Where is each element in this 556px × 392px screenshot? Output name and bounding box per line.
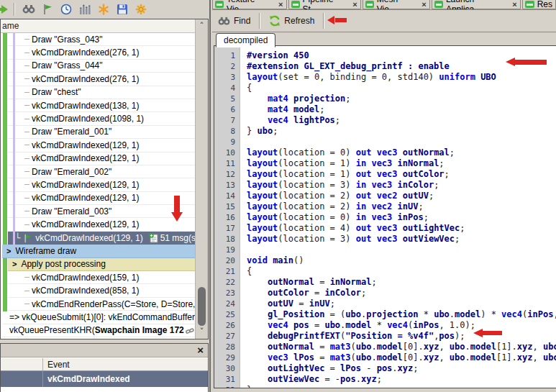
event-row[interactable]: vkCmdDrawIndexed(129, 1) [8, 178, 195, 191]
close-icon[interactable]: × [421, 0, 426, 9]
line-number[interactable]: 18 [214, 234, 240, 245]
event-row[interactable]: vkCmdDrawIndexed(129, 1) [8, 139, 195, 152]
line-number[interactable]: 3 [214, 72, 240, 83]
goto-arrow-icon[interactable] [0, 2, 9, 17]
window-tab-1[interactable]: Texture Vie...× [212, 0, 287, 9]
line-number[interactable]: 23 [214, 288, 240, 298]
line-number[interactable]: 6 [214, 104, 240, 115]
window-tab-5[interactable]: Res [522, 0, 556, 9]
expand-chevron-icon[interactable]: > [12, 260, 17, 268]
line-number[interactable]: 7 [214, 115, 240, 126]
line-number[interactable]: 8 [214, 126, 240, 137]
event-label: vkCmdDrawIndexed(1098, 1) [32, 114, 144, 124]
event-row[interactable]: vkCmdDrawIndexed(159, 1) [8, 271, 195, 284]
toolbar-separator [323, 13, 324, 29]
event-row[interactable]: Draw "Emerald_001" [8, 126, 195, 139]
event-label: vkCmdDrawIndexed(858, 1) [32, 286, 139, 296]
table-row[interactable]: vkCmdDrawIndexed [1, 371, 208, 387]
texture-icon [434, 1, 443, 8]
statistics-icon[interactable] [77, 2, 93, 17]
save-disk-icon[interactable] [114, 2, 130, 17]
event-row[interactable]: Draw "chest" [8, 86, 195, 99]
line-number[interactable]: 25 [214, 309, 240, 320]
line-number[interactable]: 22 [214, 277, 240, 288]
event-row[interactable]: vkCmdDrawIndexed(276, 1) [8, 46, 195, 59]
line-number[interactable]: 19 [214, 245, 240, 255]
line-number[interactable]: 17 [214, 223, 240, 234]
close-icon[interactable]: × [512, 0, 516, 9]
line-number[interactable]: 9 [214, 137, 240, 147]
event-tree-scrollbar[interactable]: ˄ ˅ [195, 19, 208, 339]
tab-label: Res [537, 0, 552, 9]
line-number[interactable]: 13 [214, 180, 240, 191]
event-row[interactable]: vkCmdDrawIndexed(1098, 1) [8, 112, 195, 125]
line-number[interactable]: 24 [214, 298, 240, 309]
link-icon[interactable] [186, 327, 194, 335]
line-number[interactable]: 1 [214, 50, 240, 61]
event-row[interactable]: vkQueuePresentKHR(Swapchain Image 172) [2, 324, 195, 337]
event-label: vkCmdDrawIndexed(138, 1) [32, 101, 139, 111]
shader-source-view[interactable]: 1234567891011121314151617181920212223242… [214, 45, 556, 388]
settings-star-icon[interactable] [133, 2, 149, 17]
scroll-down-icon[interactable]: ˅ [196, 327, 208, 336]
refresh-button[interactable]: Refresh [263, 12, 320, 29]
line-number[interactable]: 12 [214, 169, 240, 180]
event-row[interactable]: Draw "Grass_044" [8, 60, 195, 73]
window-tab-2[interactable]: Pipeline St...× [288, 0, 361, 9]
panel-titlebar[interactable]: × [1, 344, 208, 357]
line-number[interactable]: 26 [214, 320, 240, 331]
event-label: vkCmdDrawIndexed(129, 1) [32, 219, 139, 229]
line-number[interactable]: 5 [214, 94, 240, 104]
line-number[interactable]: 15 [214, 201, 240, 212]
event-cell: vkCmdDrawIndexed [43, 374, 208, 384]
tab-decompiled[interactable]: decompiled [216, 33, 275, 47]
find-button[interactable]: Find [212, 12, 256, 29]
line-number[interactable]: 10 [214, 147, 240, 158]
line-number[interactable]: 29 [214, 352, 240, 363]
line-number[interactable]: 21 [214, 266, 240, 277]
resource-name: Swapchain Image 172 [95, 325, 184, 335]
find-binoculars-icon[interactable] [21, 2, 37, 17]
scrollbar-thumb[interactable] [198, 287, 206, 326]
expand-chevron-icon[interactable]: > [6, 247, 11, 255]
line-number[interactable]: 4 [214, 83, 240, 94]
event-row[interactable]: >Apply post processing [8, 258, 195, 271]
line-number[interactable]: 32 [214, 385, 240, 388]
line-number[interactable]: 16 [214, 212, 240, 223]
close-icon[interactable]: × [352, 0, 357, 9]
scroll-up-icon[interactable]: ˄ [196, 21, 208, 30]
event-row-selected[interactable]: └vkCmdDrawIndexed(129, 1)51 msg(s) [8, 232, 195, 245]
event-row[interactable]: Draw "Grass_043" [8, 33, 195, 46]
event-row[interactable]: vkCmdDrawIndexed(129, 1) [8, 218, 195, 231]
close-icon[interactable]: × [278, 0, 283, 9]
timer-clock-icon[interactable] [58, 2, 74, 17]
asterisk-icon[interactable] [96, 2, 111, 17]
line-number[interactable]: 20 [214, 255, 240, 266]
line-number[interactable]: 11 [214, 158, 240, 169]
shader-code[interactable]: #version 450#extension GL_EXT_debug_prin… [240, 46, 556, 388]
event-row[interactable]: vkCmdDrawIndexed(276, 1) [8, 73, 195, 86]
event-row[interactable]: vkCmdDrawIndexed(129, 1) [8, 192, 195, 205]
texture-icon [291, 1, 300, 8]
event-row[interactable]: Draw "Emerald_003" [8, 205, 195, 218]
line-number[interactable]: 28 [214, 342, 240, 352]
event-row[interactable]: Draw "Emerald_002" [8, 165, 195, 178]
window-tab-3[interactable]: Mesh Vie...× [363, 0, 430, 9]
event-row[interactable]: vkCmdDrawIndexed(129, 1) [8, 152, 195, 165]
line-number[interactable]: 30 [214, 363, 240, 374]
event-row[interactable]: vkCmdDrawIndexed(138, 1) [8, 99, 195, 112]
line-number[interactable]: 2 [214, 61, 240, 72]
line-number[interactable]: 27 [214, 331, 240, 342]
event-row[interactable]: => vkQueueSubmit(1)[0]: vkEndCommandBuff… [2, 311, 195, 324]
line-number[interactable]: 31 [214, 374, 240, 385]
event-row[interactable]: vkCmdDrawIndexed(858, 1) [8, 284, 195, 297]
name-column-header[interactable]: ame [1, 19, 195, 33]
event-row[interactable]: >Wireframe draw [2, 245, 195, 257]
close-icon[interactable]: × [197, 344, 204, 357]
debug-messages-badge[interactable]: 51 msg(s) [149, 233, 195, 243]
event-column-header[interactable]: Event [43, 360, 208, 370]
bookmark-flag-icon[interactable] [40, 2, 55, 17]
window-tab-4[interactable]: Launch Applica...× [432, 0, 521, 9]
line-number[interactable]: 14 [214, 191, 240, 201]
event-row[interactable]: vkCmdEndRenderPass(C=Store, D=Store, S=.… [8, 298, 195, 311]
